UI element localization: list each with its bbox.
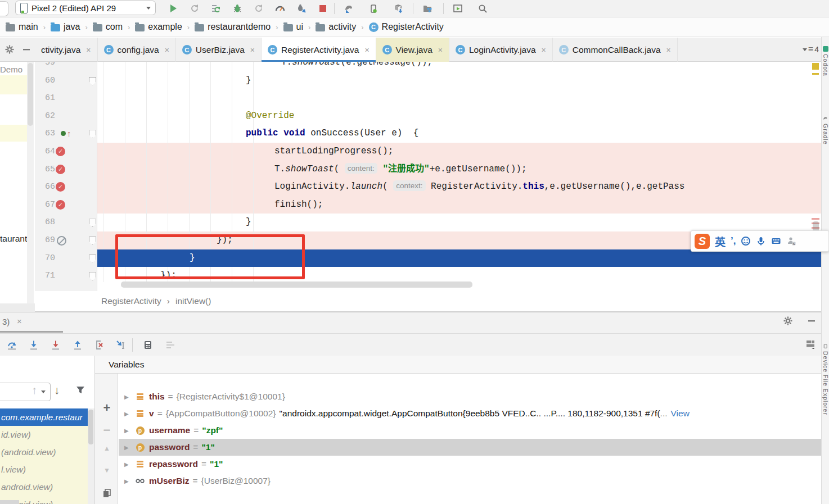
sogou-ime-toolbar[interactable]: S英’,S — [691, 230, 829, 252]
device-selector[interactable]: Pixel 2 (Edited) API 29 — [15, 1, 156, 15]
tab-close-icon[interactable]: × — [86, 46, 91, 55]
tool-stripe-codota[interactable]: Codota — [822, 46, 829, 76]
tab-commoncallback-java[interactable]: CCommonCallBack.java× — [553, 38, 678, 62]
variable-row-mUserBiz[interactable]: ▶mUserBiz={UserBiz@10007} — [119, 473, 821, 489]
prev-frame-button[interactable]: ↑ — [31, 384, 37, 397]
fold-marker-icon[interactable] — [89, 130, 96, 138]
go-to-super-icon[interactable]: ↑ — [67, 129, 71, 138]
project-panel-hide-icon[interactable] — [21, 44, 31, 55]
emoji-icon[interactable] — [741, 236, 751, 246]
fold-marker-icon[interactable] — [89, 272, 96, 280]
profiler-button[interactable] — [271, 1, 289, 16]
frame-row[interactable]: android.view) — [0, 478, 89, 496]
tab-close-icon[interactable]: × — [165, 46, 169, 55]
tab-close-icon[interactable]: × — [542, 46, 546, 55]
breakpoint-icon[interactable]: ✓ — [56, 147, 65, 156]
overrides-method-icon[interactable] — [61, 131, 66, 136]
frames-scrollbar-thumb[interactable] — [88, 410, 93, 444]
variable-row-this[interactable]: ▶this={RegisterActivity$1@10001} — [119, 388, 821, 405]
breakpoint-icon[interactable]: ✓ — [56, 165, 65, 174]
move-watch-down-button[interactable]: ▼ — [95, 466, 119, 474]
tool-stripe-gradle[interactable]: Gradle — [822, 116, 829, 145]
variable-row-password[interactable]: ▶ppassword="1" — [119, 439, 821, 456]
breadcrumb-item-registeractivity[interactable]: CRegisterActivity — [369, 22, 444, 32]
running-devices-button[interactable] — [449, 1, 467, 16]
toolbox-icon[interactable]: S — [786, 236, 796, 246]
debug-hide-icon[interactable] — [807, 316, 817, 326]
expand-arrow-icon[interactable]: ▶ — [124, 411, 130, 417]
customize-views-button[interactable] — [164, 339, 177, 351]
step-into-button[interactable] — [28, 339, 40, 351]
breadcrumb-item-activity[interactable]: activity — [316, 22, 356, 32]
sync-gradle-button[interactable] — [340, 1, 358, 16]
layout-settings-button[interactable] — [805, 339, 816, 349]
breadcrumb-item-com[interactable]: com — [93, 22, 123, 32]
move-watch-up-button[interactable]: ▲ — [95, 444, 119, 452]
fold-marker-icon[interactable] — [89, 219, 96, 227]
scrollbar-thumb[interactable] — [28, 63, 33, 126]
project-item-fragment[interactable]: Demo — [0, 65, 22, 74]
profile-button[interactable] — [250, 1, 268, 16]
fold-marker-icon[interactable] — [89, 255, 96, 263]
stop-button[interactable] — [314, 1, 332, 16]
hidden-tabs-control[interactable]: ≡4 — [803, 44, 819, 55]
remove-watch-button[interactable]: − — [95, 423, 119, 438]
next-frame-button[interactable]: ↓ — [54, 384, 60, 397]
breadcrumb-item-restaurantdemo[interactable]: restaurantdemo — [195, 22, 271, 32]
evaluate-expression-button[interactable] — [142, 339, 154, 351]
tab-close-icon[interactable]: × — [666, 46, 671, 55]
tab-close-icon[interactable]: × — [250, 46, 255, 55]
frame-row[interactable]: l.view) — [0, 461, 89, 478]
hide-frames-filter-button[interactable] — [75, 385, 85, 395]
run-button[interactable] — [164, 1, 182, 16]
breadcrumb-item-java[interactable]: java — [51, 22, 80, 32]
ime-punctuation-mode[interactable]: ’, — [731, 235, 736, 247]
step-over-button[interactable] — [6, 339, 18, 351]
device-manager-button[interactable] — [364, 1, 382, 16]
breadcrumb-item-main[interactable]: main — [6, 22, 38, 32]
sdk-manager-button[interactable] — [389, 1, 407, 16]
tab-ctivity-java[interactable]: ctivity.java× — [35, 38, 98, 62]
search-button[interactable] — [474, 1, 492, 16]
fold-marker-icon[interactable] — [89, 77, 96, 85]
breakpoint-icon[interactable]: ✓ — [56, 200, 65, 210]
tab-view-java[interactable]: CView.java× — [376, 38, 449, 62]
view-link[interactable]: View — [671, 408, 690, 419]
run-config-combo-fragment[interactable] — [0, 1, 8, 16]
project-panel-gear-icon[interactable] — [4, 44, 15, 55]
project-item-fragment[interactable]: taurant — [0, 234, 27, 244]
debug-settings-gear-icon[interactable] — [783, 316, 793, 326]
mic-icon[interactable] — [756, 236, 766, 246]
error-stripe-breakpoint-mark[interactable] — [812, 218, 819, 220]
add-watch-button[interactable]: + — [95, 401, 119, 415]
expand-arrow-icon[interactable]: ▶ — [124, 478, 130, 484]
horizontal-scrollbar-thumb[interactable] — [121, 281, 472, 288]
force-step-into-button[interactable] — [49, 339, 62, 351]
debug-tab-label-fragment[interactable]: 3) — [2, 317, 10, 326]
frame-row[interactable]: (android.view) — [0, 443, 89, 461]
tab-close-icon[interactable]: × — [364, 46, 369, 55]
error-stripe-warning-mark[interactable] — [812, 73, 819, 75]
keyboard-icon[interactable] — [771, 236, 781, 246]
expand-arrow-icon[interactable]: ▶ — [124, 394, 130, 400]
frame-row[interactable]: id.view) — [0, 426, 89, 443]
variable-row-v[interactable]: ▶v={AppCompatButton@10002}"androidx.appc… — [119, 405, 821, 422]
error-stripe-warning-mark[interactable] — [812, 63, 819, 70]
run-to-cursor-button[interactable] — [115, 339, 127, 351]
ime-language-mode[interactable]: 英 — [715, 234, 726, 249]
breadcrumb-item-ui[interactable]: ui — [283, 22, 303, 32]
variable-row-username[interactable]: ▶pusername="zpf" — [119, 422, 821, 439]
duplicate-watch-button[interactable] — [95, 488, 119, 498]
fold-marker-icon[interactable] — [89, 237, 96, 245]
expand-arrow-icon[interactable]: ▶ — [124, 461, 130, 467]
breadcrumb-item-example[interactable]: example — [135, 22, 182, 32]
step-out-button[interactable] — [71, 339, 84, 351]
debug-tab-close-icon[interactable]: × — [17, 316, 22, 326]
frame-row[interactable]: com.example.restaur — [0, 408, 89, 426]
threads-dropdown[interactable] — [0, 383, 51, 401]
breakpoint-icon[interactable]: ✓ — [56, 182, 65, 192]
project-structure-button[interactable] — [418, 1, 436, 16]
expand-arrow-icon[interactable]: ▶ — [124, 428, 130, 434]
breadcrumb-class[interactable]: RegisterActivity — [101, 296, 161, 306]
sogou-logo-icon[interactable]: S — [695, 234, 710, 249]
